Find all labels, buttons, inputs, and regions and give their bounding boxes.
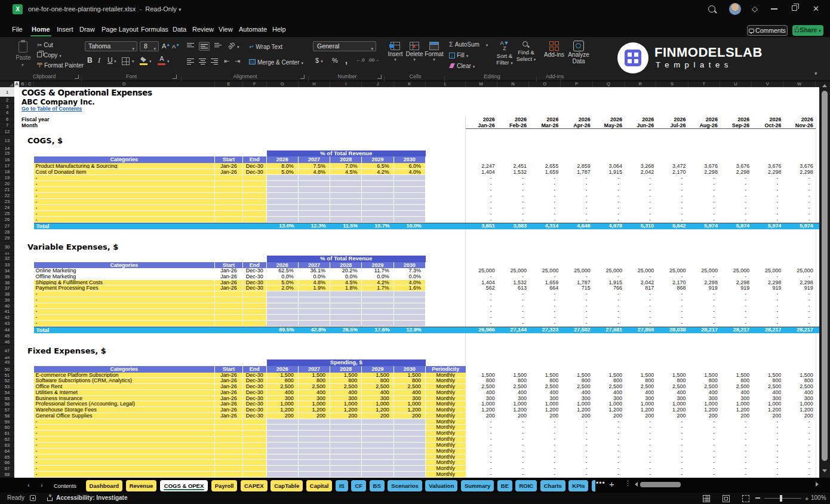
sheet-options-icon[interactable]: ⋮ (625, 480, 631, 487)
cell-month-value[interactable]: 200 (561, 413, 590, 419)
align-middle-icon[interactable] (199, 42, 210, 51)
cell-month-value[interactable]: - (720, 321, 746, 327)
cell-month-value[interactable]: 2,500 (688, 384, 718, 390)
cell-value-year[interactable] (330, 181, 362, 187)
row-header-22[interactable]: 22 (0, 193, 14, 199)
cell-value-year[interactable] (330, 437, 362, 442)
cell-start[interactable] (215, 315, 243, 321)
cell-month-value[interactable]: - (529, 199, 555, 205)
row-header-51[interactable]: 51 (0, 373, 14, 379)
cell-month-value[interactable]: 200 (752, 413, 781, 419)
cell-value-year[interactable] (394, 315, 426, 321)
cell-month-value[interactable]: - (497, 303, 524, 309)
cell-month-value[interactable]: 1,500 (466, 373, 495, 379)
cell-month-value[interactable]: 800 (497, 378, 527, 384)
cell-value-year[interactable]: 400 (330, 390, 362, 396)
cell-value-year[interactable] (330, 454, 362, 460)
cell-start[interactable] (215, 297, 243, 303)
cell-month-value[interactable]: - (720, 205, 746, 211)
cell-month-value[interactable]: 1,500 (752, 373, 781, 379)
cell-month-value[interactable]: - (784, 431, 810, 437)
cell-month-value[interactable]: - (784, 303, 810, 309)
cell-month-value[interactable]: - (688, 472, 715, 478)
cell-category[interactable]: - (34, 205, 216, 211)
cell-category[interactable]: - (34, 193, 216, 199)
cell-value-year[interactable] (330, 193, 362, 199)
row-header-44[interactable]: 44 (0, 327, 14, 333)
cell-start[interactable] (215, 442, 243, 448)
cell-month-value[interactable]: - (497, 466, 524, 472)
autosum-button[interactable]: Σ AutoSum ▾ (449, 41, 488, 48)
cell-category[interactable]: - (34, 315, 216, 321)
cell-month-value[interactable]: 25,000 (656, 268, 685, 274)
format-painter-button[interactable]: Format Painter (37, 62, 84, 69)
cell-month-value[interactable]: - (688, 419, 715, 425)
cell-value-year[interactable] (362, 199, 394, 205)
cell-month-value[interactable]: 2,298 (688, 169, 718, 175)
cell-value-year[interactable]: 200 (394, 413, 426, 419)
cell-value-year[interactable] (362, 297, 394, 303)
cell-month-value[interactable]: 1,200 (466, 407, 495, 413)
cell-month-value[interactable]: 3,676 (720, 163, 749, 169)
cell-start[interactable]: Jan-26 (215, 280, 243, 286)
cell-month-value[interactable]: - (529, 321, 555, 327)
cell-value-year[interactable] (330, 175, 362, 181)
cell-month-value[interactable]: - (466, 431, 492, 437)
cell-month-value[interactable]: - (466, 437, 492, 442)
zoom-out-icon[interactable] (755, 497, 760, 499)
cell-month-value[interactable]: - (784, 211, 810, 217)
cell-month-value[interactable]: - (625, 175, 651, 181)
cell-month-value[interactable]: - (752, 181, 778, 187)
cell-month-value[interactable]: - (752, 466, 778, 472)
number-format-select[interactable]: General▾ (313, 41, 376, 51)
increase-decimal-icon[interactable]: ←.0 (356, 57, 365, 63)
sheet-tab-payroll[interactable]: Payroll (211, 480, 238, 491)
cell-month-value[interactable]: - (529, 448, 555, 454)
cell-value-year[interactable] (299, 303, 330, 309)
wrap-text-button[interactable]: ↵ Wrap Text (249, 43, 282, 50)
row-header-35[interactable]: 35 (0, 274, 14, 280)
cell-start[interactable] (215, 309, 243, 315)
cell-category[interactable]: - (34, 448, 216, 454)
cell-month-value[interactable]: - (656, 460, 683, 466)
cell-month-value[interactable]: - (752, 454, 778, 460)
cell-month-value[interactable]: - (625, 181, 651, 187)
cell-month-value[interactable]: - (752, 437, 778, 442)
cell-month-value[interactable]: - (720, 274, 746, 280)
cell-month-value[interactable]: 2,500 (497, 384, 527, 390)
scroll-up-icon[interactable] (822, 84, 827, 87)
cell-month-value[interactable]: - (529, 193, 555, 199)
cell-month-value[interactable]: 400 (593, 390, 622, 396)
cell-value-year[interactable] (267, 442, 299, 448)
find-select-button[interactable]: Find &Select ▾ (516, 41, 536, 63)
cell-value-year[interactable] (362, 205, 394, 211)
cell-value-year[interactable] (394, 187, 426, 193)
cell-start[interactable] (215, 211, 243, 217)
cell-start[interactable] (215, 321, 243, 327)
cell-month-value[interactable]: - (720, 454, 746, 460)
cell-month-value[interactable]: - (784, 309, 810, 315)
clipboard-dialog-launcher[interactable] (75, 75, 79, 79)
cell-month-value[interactable]: - (466, 419, 492, 425)
cell-periodicity[interactable]: Monthly (426, 373, 466, 379)
cell-month-value[interactable]: - (497, 460, 524, 466)
cell-month-value[interactable]: - (466, 454, 492, 460)
cell-start[interactable] (215, 460, 243, 466)
cell-month-value[interactable]: - (529, 437, 555, 442)
cell-month-value[interactable]: 1,200 (625, 407, 654, 413)
cell-category[interactable]: Product Manufacturing & Sourcing (34, 163, 216, 169)
cell-month-value[interactable]: 766 (593, 285, 622, 291)
column-header-S[interactable]: S (656, 81, 688, 87)
cell-month-value[interactable]: 300 (593, 396, 622, 402)
cell-month-value[interactable]: - (593, 431, 619, 437)
row-header-54[interactable]: 54 (0, 390, 14, 396)
cell-value-year[interactable] (394, 211, 426, 217)
column-header-K[interactable]: K (394, 81, 426, 87)
cell-category[interactable]: Payment Processing Fees (34, 285, 216, 291)
cell-end[interactable] (243, 211, 267, 217)
cell-month-value[interactable]: - (625, 454, 651, 460)
cell-month-value[interactable]: - (593, 425, 619, 431)
cell-start[interactable]: Jan-26 (215, 396, 243, 402)
cell-category[interactable]: Offline Marketing (34, 274, 216, 280)
cell-start[interactable] (215, 181, 243, 187)
